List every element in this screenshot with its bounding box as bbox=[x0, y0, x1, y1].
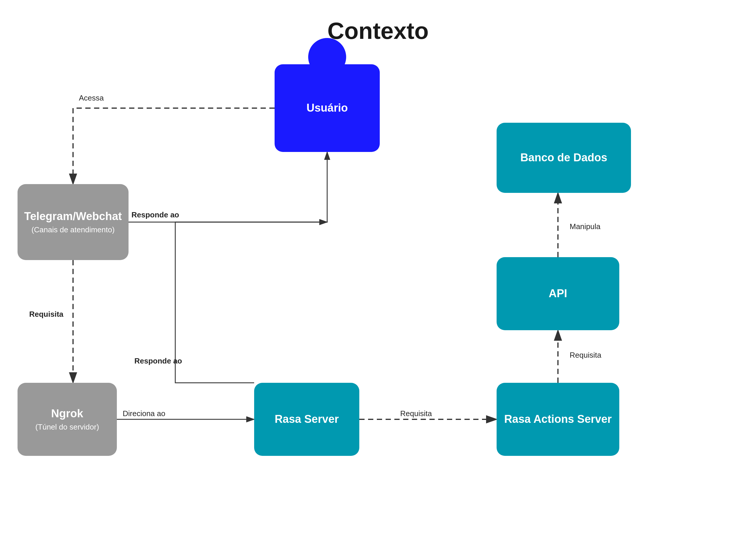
usuario-node: Usuário bbox=[275, 64, 380, 152]
api-label: API bbox=[549, 287, 567, 300]
telegram-label: Telegram/Webchat bbox=[24, 210, 122, 223]
ngrok-node: Ngrok (Túnel do servidor) bbox=[18, 383, 117, 456]
responde-ao-label-bottom: Responde ao bbox=[134, 357, 182, 365]
rasa-actions-node: Rasa Actions Server bbox=[497, 383, 619, 456]
api-node: API bbox=[497, 257, 619, 330]
banco-node: Banco de Dados bbox=[497, 123, 631, 193]
rasa-actions-label: Rasa Actions Server bbox=[504, 412, 612, 426]
diagram-container: { "title": "Contexto", "nodes": { "usuar… bbox=[0, 0, 756, 559]
requisita-label: Requisita bbox=[29, 310, 63, 319]
page-title: Contexto bbox=[0, 18, 756, 44]
ngrok-label: Ngrok bbox=[51, 407, 83, 421]
usuario-label: Usuário bbox=[306, 102, 348, 115]
usuario-wrapper: Usuário bbox=[275, 64, 380, 152]
acessa-label: Acessa bbox=[79, 93, 104, 103]
rasa-server-label: Rasa Server bbox=[275, 412, 339, 426]
rasa-server-node: Rasa Server bbox=[254, 383, 359, 456]
requisita3-label: Requisita bbox=[570, 351, 601, 360]
requisita2-label: Requisita bbox=[400, 409, 432, 418]
telegram-node: Telegram/Webchat (Canais de atendimento) bbox=[18, 184, 129, 260]
direciona-label: Direciona ao bbox=[123, 409, 165, 418]
telegram-sublabel: (Canais de atendimento) bbox=[31, 225, 115, 234]
responde-ao-label-top: Responde ao bbox=[132, 210, 179, 220]
manipula-label: Manipula bbox=[570, 222, 601, 231]
ngrok-sublabel: (Túnel do servidor) bbox=[35, 423, 99, 431]
banco-label: Banco de Dados bbox=[520, 151, 607, 164]
